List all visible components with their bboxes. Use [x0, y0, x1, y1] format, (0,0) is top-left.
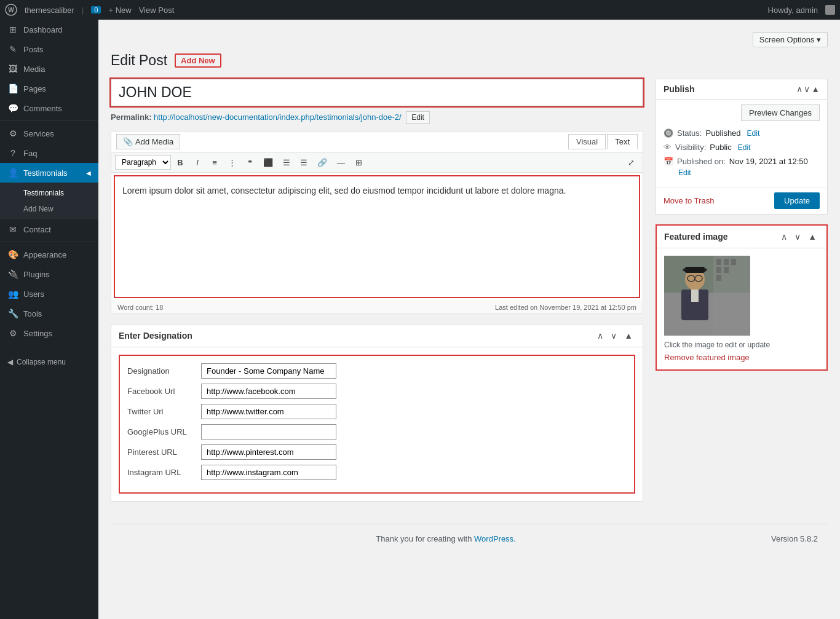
publish-info: 🔘 Status: Published Edit 👁 Visibility: P… [656, 121, 827, 182]
publish-header: Publish ∧ ∨ ▲ [656, 79, 827, 100]
featured-ctrl-up[interactable]: ∧ [779, 231, 790, 243]
blockquote-button[interactable]: ❝ [242, 156, 258, 170]
admin-avatar[interactable] [825, 5, 835, 15]
add-new-button[interactable]: Add New [175, 53, 221, 68]
facebook-input[interactable] [201, 384, 336, 399]
screen-options-button[interactable]: Screen Options ▾ [753, 32, 828, 47]
svg-rect-10 [716, 275, 721, 281]
publish-ctrl-up[interactable]: ∧ [796, 84, 802, 94]
sidebar-item-services[interactable]: ⚙ Services [0, 124, 98, 143]
editor-content[interactable]: Lorem ipsum dolor sit amet, consectetur … [114, 175, 640, 298]
designation-content: Designation Facebook Url Twitter Url [111, 347, 643, 501]
paragraph-select[interactable]: Paragraph [115, 155, 171, 170]
sidebar-item-label: Plugins [23, 270, 91, 279]
footer-text: Thank you for creating with [376, 534, 472, 543]
appearance-icon: 🎨 [7, 250, 18, 259]
users-icon: 👥 [7, 289, 18, 299]
visibility-edit-link[interactable]: Edit [738, 143, 751, 152]
sidebar-sub-testimonials[interactable]: Testimonials [0, 185, 98, 201]
instagram-input[interactable] [201, 465, 336, 480]
add-media-button[interactable]: 📎 Add Media [116, 134, 180, 149]
status-edit-link[interactable]: Edit [747, 129, 760, 138]
preview-changes-button[interactable]: Preview Changes [741, 104, 820, 121]
update-button[interactable]: Update [774, 192, 820, 209]
tab-text[interactable]: Text [607, 134, 638, 149]
featured-header: Featured image ∧ ∨ ▲ [657, 226, 826, 248]
sidebar-item-posts[interactable]: ✎ Posts [0, 39, 98, 59]
featured-image-hint: Click the image to edit or update [664, 341, 819, 349]
tab-visual[interactable]: Visual [568, 134, 606, 149]
table-button[interactable]: ⊞ [351, 156, 367, 170]
pinterest-input[interactable] [201, 444, 336, 460]
italic-button[interactable]: I [189, 156, 205, 170]
sidebar-item-settings[interactable]: ⚙ Settings [0, 323, 98, 343]
unordered-list-button[interactable]: ≡ [207, 156, 223, 170]
comments-icon: 💬 [7, 103, 18, 113]
sidebar-item-label: Appearance [23, 250, 91, 259]
publish-ctrl-down[interactable]: ∨ [804, 84, 810, 94]
permalink-url[interactable]: http://localhost/new-documentation/index… [154, 112, 402, 122]
more-button[interactable]: — [333, 156, 349, 170]
sidebar-item-tools[interactable]: 🔧 Tools [0, 304, 98, 323]
sidebar-item-label: Comments [23, 104, 91, 113]
designation-input[interactable] [201, 363, 336, 379]
ordered-list-button[interactable]: ⋮ [224, 156, 240, 170]
move-to-trash-link[interactable]: Move to Trash [664, 196, 714, 205]
add-media-icon: 📎 [123, 137, 133, 146]
sidebar-item-comments[interactable]: 💬 Comments [0, 98, 98, 118]
googleplus-input[interactable] [201, 424, 336, 440]
designation-collapse-up-button[interactable]: ∧ [595, 329, 606, 342]
twitter-input[interactable] [201, 404, 336, 419]
status-value: Published [705, 128, 740, 138]
calendar-icon: 📅 [664, 157, 673, 166]
sidebar-item-media[interactable]: 🖼 Media [0, 59, 98, 79]
permalink-edit-button[interactable]: Edit [406, 111, 430, 124]
publish-ctrl-collapse[interactable]: ▲ [811, 84, 820, 94]
new-button[interactable]: + New [108, 6, 131, 15]
sidebar-item-testimonials[interactable]: 👤 Testimonials ◀ [0, 163, 98, 183]
designation-toggle-button[interactable]: ▲ [622, 329, 635, 342]
wp-logo-icon: W [5, 4, 17, 16]
visibility-icon: 👁 [664, 143, 672, 152]
align-right-button[interactable]: ☰ [296, 156, 312, 170]
align-center-button[interactable]: ☰ [279, 156, 295, 170]
site-name[interactable]: themescaliber [25, 6, 74, 15]
remove-featured-image-link[interactable]: Remove featured image [664, 353, 750, 362]
sidebar-item-faq[interactable]: ? Faq [0, 143, 98, 163]
main-content: Screen Options ▾ Edit Post Add New Perma… [98, 20, 840, 619]
collapse-menu-button[interactable]: ◀ Collapse menu [0, 353, 98, 371]
featured-ctrl-collapse[interactable]: ▲ [806, 231, 819, 243]
sidebar-item-appearance[interactable]: 🎨 Appearance [0, 245, 98, 264]
align-left-button[interactable]: ⬛ [259, 156, 277, 170]
svg-rect-15 [691, 290, 699, 302]
sidebar-item-label: Posts [23, 45, 91, 54]
svg-rect-8 [716, 267, 721, 273]
featured-ctrl-down[interactable]: ∨ [792, 231, 803, 243]
sidebar-item-label: Contact [23, 225, 91, 234]
editor-footer: Word count: 18 Last edited on November 1… [111, 301, 643, 313]
svg-rect-5 [716, 259, 721, 265]
sidebar-item-contact[interactable]: ✉ Contact [0, 219, 98, 239]
publish-box: Publish ∧ ∨ ▲ Preview Changes 🔘 St [656, 79, 828, 215]
designation-collapse-down-button[interactable]: ∨ [608, 329, 619, 342]
sidebar-item-users[interactable]: 👥 Users [0, 284, 98, 304]
sidebar-item-dashboard[interactable]: ⊞ Dashboard [0, 20, 98, 39]
sidebar-sub-add-new[interactable]: Add New [0, 201, 98, 217]
link-button[interactable]: 🔗 [313, 156, 331, 170]
post-title-input[interactable] [111, 79, 643, 106]
wordpress-link[interactable]: WordPress. [474, 534, 516, 543]
view-post-link[interactable]: View Post [139, 6, 175, 15]
sidebar-item-pages[interactable]: 📄 Pages [0, 79, 98, 98]
top-bar: W themescaliber | 0 + New View Post Howd… [0, 0, 840, 20]
publish-visibility-row: 👁 Visibility: Public Edit [664, 140, 820, 154]
last-edited: Last edited on November 19, 2021 at 12:5… [495, 304, 636, 311]
services-icon: ⚙ [7, 128, 18, 138]
comments-link[interactable]: 0 [91, 6, 101, 14]
featured-image[interactable] [664, 256, 750, 336]
permalink-bar: Permalink: http://localhost/new-document… [111, 111, 643, 124]
sidebar-item-plugins[interactable]: 🔌 Plugins [0, 264, 98, 284]
bold-button[interactable]: B [172, 156, 188, 170]
screen-options-bar: Screen Options ▾ [111, 32, 828, 47]
fullscreen-button[interactable]: ⤢ [623, 156, 639, 170]
published-date-edit-link[interactable]: Edit [664, 168, 820, 177]
